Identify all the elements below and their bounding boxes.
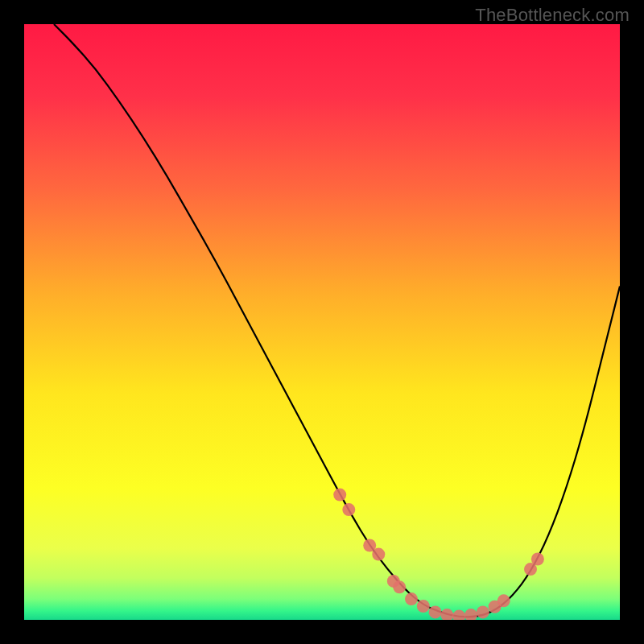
scatter-point — [497, 594, 510, 607]
scatter-point — [393, 580, 406, 593]
scatter-point — [429, 605, 442, 618]
scatter-point — [452, 610, 465, 620]
scatter-point — [531, 553, 544, 566]
scatter-point — [405, 592, 418, 605]
scatter-point — [342, 503, 355, 516]
chart-plot-area — [24, 24, 620, 620]
scatter-point — [440, 609, 453, 620]
scatter-point — [333, 489, 346, 502]
watermark-text: TheBottleneck.com — [475, 5, 630, 26]
scatter-point — [417, 600, 430, 613]
highlight-scatter-points — [24, 24, 620, 620]
scatter-point — [372, 548, 385, 561]
scatter-point — [464, 609, 477, 620]
scatter-point — [477, 605, 489, 618]
